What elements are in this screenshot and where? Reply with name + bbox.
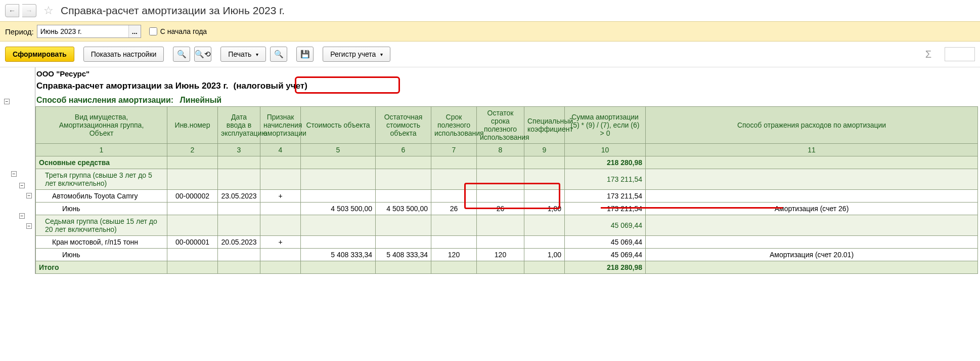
period-picker-button[interactable]: ... — [128, 25, 141, 37]
refresh-icon: 🔍⟲ — [195, 50, 211, 59]
sum-display[interactable] — [945, 47, 975, 61]
tree-toggle[interactable]: − — [26, 223, 32, 229]
subgroup-row[interactable]: Третья группа (свыше 3 лет до 5 лет вклю… — [36, 169, 978, 190]
col-header: Стоимость объекта — [301, 107, 376, 144]
period-label: Период: — [5, 27, 34, 36]
tree-column: − − − − − − — [2, 67, 35, 274]
group-row[interactable]: Основные средства 218 280,98 — [36, 156, 978, 169]
search-icon: 🔍 — [177, 50, 187, 59]
report-title-prefix: Справка-расчет амортизации за Июнь 2023 … — [36, 81, 229, 91]
search-icon-button[interactable]: 🔍 — [173, 47, 190, 62]
report-title: Справка-расчет амортизации за Июнь 2023 … — [35, 80, 978, 94]
tree-toggle[interactable]: − — [4, 99, 10, 104]
favorite-star-icon[interactable]: ☆ — [43, 4, 54, 17]
tree-toggle[interactable]: − — [11, 171, 17, 177]
col-header: Остаточная стоимость объекта — [376, 107, 431, 144]
col-header: Дата ввода в эксплуатацию — [218, 107, 260, 144]
period-input[interactable] — [37, 26, 128, 36]
chevron-down-icon: ▾ — [256, 52, 258, 57]
asset-row[interactable]: Кран мостовой, г/п15 тонн 00-000001 20.0… — [36, 236, 978, 249]
tree-toggle[interactable]: − — [19, 183, 25, 188]
depreciation-table: Вид имущества, Амортизационная группа, О… — [35, 106, 978, 274]
show-settings-button[interactable]: Показать настройки — [83, 47, 164, 62]
print-button[interactable]: Печать▾ — [220, 47, 266, 62]
chevron-down-icon: ▾ — [380, 52, 383, 57]
method-label: Способ начисления амортизации: — [36, 96, 173, 104]
save-button[interactable]: 💾 — [296, 47, 314, 62]
tree-toggle[interactable]: − — [26, 193, 32, 198]
forward-button[interactable]: → — [22, 4, 36, 17]
subgroup-row[interactable]: Седьмая группа (свыше 15 лет до 20 лет в… — [36, 215, 978, 236]
generate-button[interactable]: Сформировать — [5, 47, 74, 62]
preview-icon: 🔍 — [274, 50, 284, 59]
col-header: Признак начисления амортизации — [260, 107, 301, 144]
col-header: Остаток срока полезного использования — [477, 107, 524, 144]
total-row: Итого 218 280,98 — [36, 261, 978, 274]
report-area: − − − − − − ООО "Ресурс" Справка-расчет … — [0, 67, 980, 274]
toolbar: Сформировать Показать настройки 🔍 🔍⟲ Печ… — [0, 42, 980, 67]
tree-toggle[interactable]: − — [19, 213, 25, 219]
print-preview-button[interactable]: 🔍 — [270, 47, 287, 62]
column-numbers-row: 1234 5678 91011 — [36, 144, 978, 156]
filter-bar: Период: ... С начала года — [0, 21, 980, 42]
col-header: Способ отражения расходов по амортизации — [646, 107, 978, 144]
top-bar: ← → ☆ Справка-расчет амортизации за Июнь… — [0, 0, 980, 21]
col-header: Специальный коэффициент — [524, 107, 565, 144]
period-input-wrap: ... — [37, 25, 141, 38]
col-header: Срок полезного использования — [431, 107, 477, 144]
back-button[interactable]: ← — [5, 4, 19, 17]
col-header: Сумма амортизации (5) * (9) / (7), если … — [565, 107, 646, 144]
month-row[interactable]: Июнь 4 503 500,00 4 503 500,00 26 26 1,0… — [36, 203, 978, 215]
depreciation-method: Способ начисления амортизации: Линейный — [35, 94, 978, 106]
from-start-checkbox[interactable] — [149, 27, 157, 35]
report-body: ООО "Ресурс" Справка-расчет амортизации … — [35, 67, 978, 274]
from-start-checkbox-wrap: С начала года — [149, 27, 207, 35]
org-name: ООО "Ресурс" — [35, 67, 978, 80]
save-icon: 💾 — [300, 50, 310, 59]
col-header: Инв.номер — [167, 107, 218, 144]
tax-accounting-label: (налоговый учет) — [232, 81, 309, 91]
col-header: Вид имущества, Амортизационная группа, О… — [36, 107, 167, 144]
refresh-search-button[interactable]: 🔍⟲ — [194, 47, 211, 62]
asset-row[interactable]: Автомобиль Toyota Camry 00-000002 23.05.… — [36, 190, 978, 203]
page-title: Справка-расчет амортизации за Июнь 2023 … — [61, 5, 285, 17]
sigma-icon[interactable]: Σ — [921, 49, 936, 60]
from-start-label: С начала года — [160, 27, 207, 35]
method-value: Линейный — [180, 96, 222, 104]
month-row[interactable]: Июнь 5 408 333,34 5 408 333,34 120 120 1… — [36, 249, 978, 261]
register-button[interactable]: Регистр учета▾ — [323, 47, 390, 62]
